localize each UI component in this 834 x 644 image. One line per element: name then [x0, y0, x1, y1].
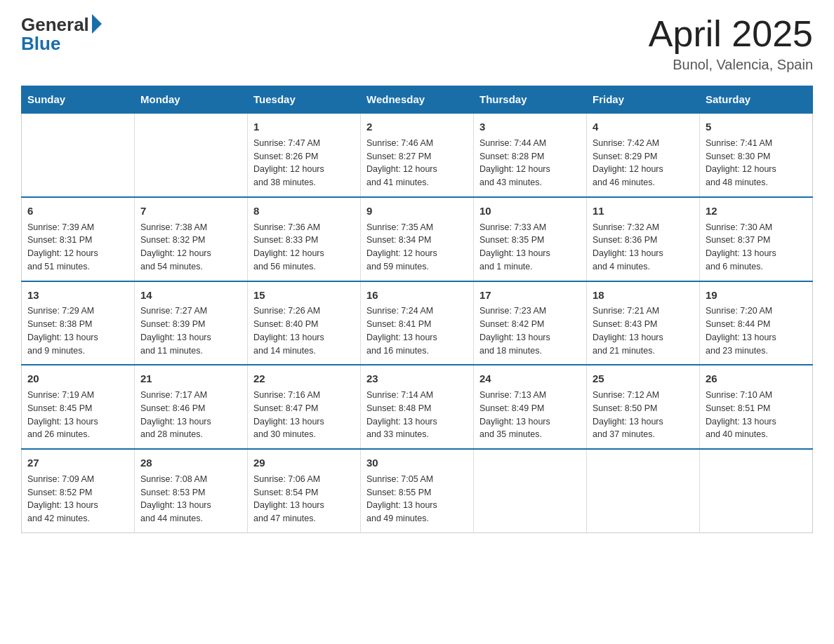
calendar-cell: 25Sunrise: 7:12 AM Sunset: 8:50 PM Dayli… [587, 365, 700, 449]
day-info: Sunrise: 7:42 AM Sunset: 8:29 PM Dayligh… [593, 137, 694, 189]
day-info: Sunrise: 7:24 AM Sunset: 8:41 PM Dayligh… [366, 304, 468, 357]
calendar-cell [587, 449, 700, 532]
day-info: Sunrise: 7:30 AM Sunset: 8:37 PM Dayligh… [706, 221, 807, 274]
title-block: April 2025 Bunol, Valencia, Spain [649, 14, 813, 73]
calendar-week-4: 20Sunrise: 7:19 AM Sunset: 8:45 PM Dayli… [22, 365, 813, 449]
day-number: 21 [140, 371, 241, 387]
calendar-subtitle: Bunol, Valencia, Spain [649, 57, 813, 73]
day-number: 16 [366, 288, 468, 303]
logo: General Blue [21, 14, 102, 55]
day-info: Sunrise: 7:21 AM Sunset: 8:43 PM Dayligh… [593, 304, 694, 357]
day-number: 19 [706, 288, 807, 303]
calendar-cell [700, 449, 813, 532]
calendar-cell: 6Sunrise: 7:39 AM Sunset: 8:31 PM Daylig… [22, 197, 135, 281]
day-info: Sunrise: 7:17 AM Sunset: 8:46 PM Dayligh… [140, 389, 241, 441]
calendar-week-5: 27Sunrise: 7:09 AM Sunset: 8:52 PM Dayli… [22, 449, 813, 532]
day-info: Sunrise: 7:16 AM Sunset: 8:47 PM Dayligh… [253, 389, 355, 441]
day-number: 11 [593, 203, 694, 219]
day-number: 4 [593, 119, 694, 135]
day-info: Sunrise: 7:10 AM Sunset: 8:51 PM Dayligh… [706, 389, 807, 441]
day-number: 17 [479, 288, 581, 303]
day-header-tuesday: Tuesday [248, 86, 361, 114]
day-info: Sunrise: 7:41 AM Sunset: 8:30 PM Dayligh… [706, 137, 807, 189]
day-number: 5 [706, 119, 807, 135]
calendar-title: April 2025 [649, 14, 813, 54]
day-number: 14 [140, 288, 241, 303]
logo-arrow-icon [92, 14, 102, 34]
calendar-cell: 26Sunrise: 7:10 AM Sunset: 8:51 PM Dayli… [700, 365, 813, 449]
day-info: Sunrise: 7:19 AM Sunset: 8:45 PM Dayligh… [27, 389, 128, 441]
day-info: Sunrise: 7:06 AM Sunset: 8:54 PM Dayligh… [253, 473, 355, 525]
day-info: Sunrise: 7:20 AM Sunset: 8:44 PM Dayligh… [706, 304, 807, 357]
calendar-cell: 28Sunrise: 7:08 AM Sunset: 8:53 PM Dayli… [135, 449, 248, 532]
day-number: 24 [479, 371, 581, 387]
calendar-week-3: 13Sunrise: 7:29 AM Sunset: 8:38 PM Dayli… [22, 281, 813, 365]
day-number: 26 [706, 371, 807, 387]
day-header-friday: Friday [587, 86, 700, 114]
calendar-table: SundayMondayTuesdayWednesdayThursdayFrid… [21, 86, 813, 533]
calendar-cell: 23Sunrise: 7:14 AM Sunset: 8:48 PM Dayli… [361, 365, 474, 449]
day-number: 15 [253, 288, 355, 303]
day-info: Sunrise: 7:44 AM Sunset: 8:28 PM Dayligh… [479, 137, 581, 189]
calendar-cell: 1Sunrise: 7:47 AM Sunset: 8:26 PM Daylig… [248, 113, 361, 197]
day-number: 22 [253, 371, 355, 387]
day-number: 18 [593, 288, 694, 303]
calendar-cell: 10Sunrise: 7:33 AM Sunset: 8:35 PM Dayli… [474, 197, 587, 281]
day-number: 2 [366, 119, 468, 135]
calendar-body: 1Sunrise: 7:47 AM Sunset: 8:26 PM Daylig… [22, 113, 813, 532]
calendar-cell: 20Sunrise: 7:19 AM Sunset: 8:45 PM Dayli… [22, 365, 135, 449]
day-info: Sunrise: 7:46 AM Sunset: 8:27 PM Dayligh… [366, 137, 468, 189]
calendar-cell: 9Sunrise: 7:35 AM Sunset: 8:34 PM Daylig… [361, 197, 474, 281]
day-number: 20 [27, 371, 128, 387]
day-number: 8 [253, 203, 355, 219]
calendar-week-1: 1Sunrise: 7:47 AM Sunset: 8:26 PM Daylig… [22, 113, 813, 197]
day-info: Sunrise: 7:12 AM Sunset: 8:50 PM Dayligh… [593, 389, 694, 441]
calendar-cell: 24Sunrise: 7:13 AM Sunset: 8:49 PM Dayli… [474, 365, 587, 449]
calendar-header: SundayMondayTuesdayWednesdayThursdayFrid… [22, 86, 813, 114]
calendar-cell: 12Sunrise: 7:30 AM Sunset: 8:37 PM Dayli… [700, 197, 813, 281]
calendar-cell [474, 449, 587, 532]
day-number: 28 [140, 455, 241, 471]
day-info: Sunrise: 7:33 AM Sunset: 8:35 PM Dayligh… [479, 221, 581, 274]
day-info: Sunrise: 7:23 AM Sunset: 8:42 PM Dayligh… [479, 304, 581, 357]
day-info: Sunrise: 7:38 AM Sunset: 8:32 PM Dayligh… [140, 221, 241, 274]
calendar-cell [135, 113, 248, 197]
calendar-cell: 18Sunrise: 7:21 AM Sunset: 8:43 PM Dayli… [587, 281, 700, 365]
day-number: 12 [706, 203, 807, 219]
calendar-cell: 21Sunrise: 7:17 AM Sunset: 8:46 PM Dayli… [135, 365, 248, 449]
calendar-cell: 14Sunrise: 7:27 AM Sunset: 8:39 PM Dayli… [135, 281, 248, 365]
day-info: Sunrise: 7:35 AM Sunset: 8:34 PM Dayligh… [366, 221, 468, 274]
calendar-cell: 8Sunrise: 7:36 AM Sunset: 8:33 PM Daylig… [248, 197, 361, 281]
day-number: 27 [27, 455, 128, 471]
day-number: 10 [479, 203, 581, 219]
calendar-cell: 15Sunrise: 7:26 AM Sunset: 8:40 PM Dayli… [248, 281, 361, 365]
day-info: Sunrise: 7:32 AM Sunset: 8:36 PM Dayligh… [593, 221, 694, 274]
day-header-monday: Monday [135, 86, 248, 114]
calendar-cell: 3Sunrise: 7:44 AM Sunset: 8:28 PM Daylig… [474, 113, 587, 197]
day-number: 25 [593, 371, 694, 387]
day-info: Sunrise: 7:26 AM Sunset: 8:40 PM Dayligh… [253, 304, 355, 357]
calendar-cell: 19Sunrise: 7:20 AM Sunset: 8:44 PM Dayli… [700, 281, 813, 365]
day-info: Sunrise: 7:14 AM Sunset: 8:48 PM Dayligh… [366, 389, 468, 441]
day-number: 7 [140, 203, 241, 219]
day-info: Sunrise: 7:09 AM Sunset: 8:52 PM Dayligh… [27, 473, 128, 525]
day-number: 13 [27, 288, 128, 303]
day-number: 29 [253, 455, 355, 471]
day-info: Sunrise: 7:13 AM Sunset: 8:49 PM Dayligh… [479, 389, 581, 441]
day-number: 3 [479, 119, 581, 135]
day-header-wednesday: Wednesday [361, 86, 474, 114]
calendar-cell: 17Sunrise: 7:23 AM Sunset: 8:42 PM Dayli… [474, 281, 587, 365]
day-info: Sunrise: 7:08 AM Sunset: 8:53 PM Dayligh… [140, 473, 241, 525]
logo-blue-text: Blue [21, 33, 60, 55]
day-info: Sunrise: 7:05 AM Sunset: 8:55 PM Dayligh… [366, 473, 468, 525]
calendar-cell [22, 113, 135, 197]
calendar-cell: 29Sunrise: 7:06 AM Sunset: 8:54 PM Dayli… [248, 449, 361, 532]
page-header: General Blue April 2025 Bunol, Valencia,… [21, 14, 813, 73]
day-info: Sunrise: 7:29 AM Sunset: 8:38 PM Dayligh… [27, 304, 128, 357]
day-info: Sunrise: 7:27 AM Sunset: 8:39 PM Dayligh… [140, 304, 241, 357]
calendar-cell: 30Sunrise: 7:05 AM Sunset: 8:55 PM Dayli… [361, 449, 474, 532]
day-header-thursday: Thursday [474, 86, 587, 114]
day-number: 1 [253, 119, 355, 135]
calendar-cell: 2Sunrise: 7:46 AM Sunset: 8:27 PM Daylig… [361, 113, 474, 197]
day-header-saturday: Saturday [700, 86, 813, 114]
